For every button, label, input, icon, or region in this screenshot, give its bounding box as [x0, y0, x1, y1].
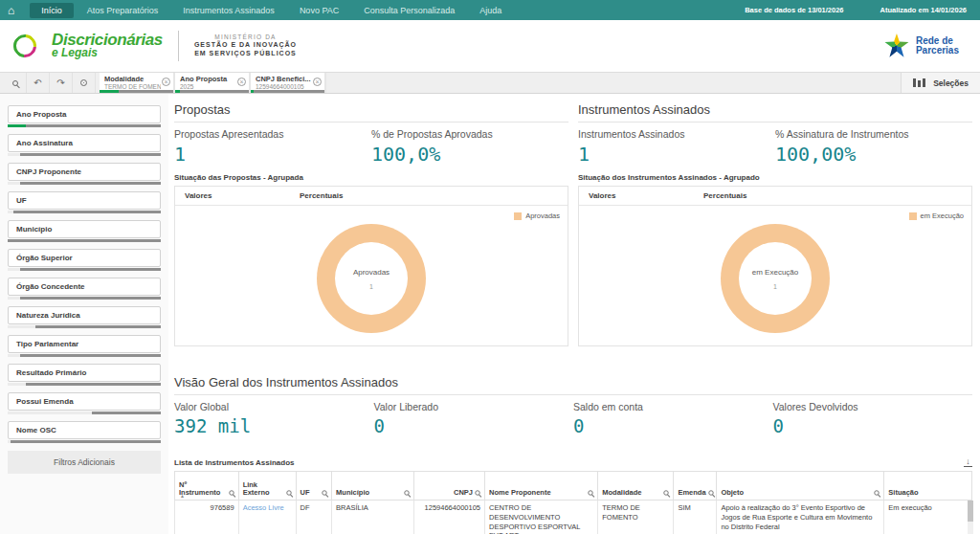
cell-uf: DF [296, 501, 331, 534]
search-icon[interactable] [475, 490, 479, 495]
download-icon[interactable]: ↓ [964, 457, 972, 467]
logo-text: Discricionárias e Legais [17, 33, 163, 59]
filter-nome-osc[interactable]: Nome OSC [8, 421, 161, 443]
branding-header: Discricionárias e Legais MINISTÉRIO DA G… [0, 20, 980, 72]
selection-state-bar [8, 182, 161, 185]
rede-parcerias-logo: Rede de Parcerias [884, 33, 967, 58]
section-instrumentos: Instrumentos Assinados Instrumentos Assi… [578, 94, 972, 346]
chart-title-situacao-propostas: Situação das Propostas - Agrupada [174, 173, 568, 182]
app-logo: Discricionárias e Legais [13, 33, 163, 59]
col-header-modalidade[interactable]: Modalidade [598, 472, 674, 501]
step-forward-icon[interactable]: ↷ [50, 73, 73, 93]
col-header-numero[interactable]: Nº Instrumento▲ [175, 472, 239, 501]
cell-emenda: SIM [674, 501, 717, 534]
filter-municipio[interactable]: Município [8, 220, 161, 242]
col-header-emenda[interactable]: Emenda [674, 472, 717, 501]
filter-orgao-superior[interactable]: Órgão Superior [8, 249, 161, 271]
tab-percentuais[interactable]: Percentuais [300, 191, 414, 200]
nav-status: Base de dados de 13/01/2026 Atualizado e… [745, 6, 972, 14]
col-header-situacao[interactable]: Situação [884, 472, 972, 501]
tab-valores[interactable]: Valores [589, 191, 703, 200]
tab-percentuais[interactable]: Percentuais [703, 191, 818, 200]
cell-municipio: BRASÍLIA [332, 501, 414, 534]
selecoes-button[interactable]: Seleções [901, 73, 980, 93]
section-title: Propostas [174, 102, 568, 122]
kpi-pct-assinatura: % Assinatura de Instrumentos 100,00% [775, 128, 972, 166]
kpi-valores-devolvidos: Valores Devolvidos 0 [773, 401, 973, 436]
filtros-adicionais-button[interactable]: Filtros Adicionais [8, 451, 161, 474]
nav-item-inicio[interactable]: Início [30, 3, 74, 18]
cell-numero: 976589 [175, 501, 239, 534]
search-icon[interactable] [286, 490, 291, 495]
clear-selections-icon[interactable] [73, 73, 96, 93]
remove-filter-icon[interactable]: × [162, 78, 170, 86]
filter-chip-cnpj-beneficiario[interactable]: CNPJ Benefici... 12594664000105 × [251, 73, 326, 93]
donut-ring[interactable]: Aprovadas 1 [317, 224, 426, 333]
cell-cnpj: 12594664000105 [413, 501, 484, 534]
home-icon[interactable]: ⌂ [8, 5, 14, 16]
search-icon[interactable] [708, 490, 713, 495]
legend-swatch [514, 212, 522, 220]
search-icon[interactable] [664, 490, 669, 495]
visao-geral-title: Visão Geral dos Instrumentos Assinados [174, 375, 972, 395]
cell-nome-proponente: CENTRO DE DESENVOLVIMENTO DESPORTIVO ESP… [485, 501, 598, 534]
col-header-link-externo[interactable]: Link Externo [238, 472, 296, 501]
filter-orgao-concedente[interactable]: Órgão Concedente [8, 278, 161, 300]
search-icon[interactable] [229, 490, 234, 495]
kpi-propostas-apresentadas: Propostas Apresentadas 1 [174, 128, 371, 166]
atualizado-label: Atualizado em 14/01/2026 [880, 6, 967, 14]
lista-title: Lista de Instrumentos Assinados [174, 458, 295, 467]
filter-tipo-parlamentar[interactable]: Tipo Parlamentar [8, 335, 161, 357]
filter-ano-assinatura[interactable]: Ano Assinatura [8, 134, 161, 156]
nav-item-novo-pac[interactable]: Novo PAC [288, 3, 350, 18]
kpi-valor-liberado: Valor Liberado 0 [374, 401, 574, 436]
filter-chip-modalidade[interactable]: Modalidade TERMO DE FOMENTO × [100, 73, 175, 93]
selections-bar: ↶ ↷ Modalidade TERMO DE FOMENTO × Ano Pr… [0, 72, 980, 94]
nav-item-atos-preparatorios[interactable]: Atos Preparatórios [76, 3, 170, 18]
selection-tools: ↶ ↷ [0, 73, 100, 93]
filter-uf[interactable]: UF [8, 191, 161, 213]
legend-em-execucao[interactable]: em Execução [909, 211, 964, 220]
remove-filter-icon[interactable]: × [313, 78, 322, 86]
table-row: 976589 Acesso Livre DF BRASÍLIA 12594664… [175, 501, 972, 534]
filter-resultado-primario[interactable]: Resultado Primário [8, 364, 161, 386]
nav-item-ajuda[interactable]: Ajuda [468, 3, 513, 18]
table-scrollbar[interactable] [968, 501, 973, 534]
cell-link-acesso-livre[interactable]: Acesso Livre [238, 501, 296, 534]
selection-state-bar [8, 440, 161, 443]
nav-item-instrumentos-assinados[interactable]: Instrumentos Assinados [171, 3, 286, 18]
sort-asc-icon: ▲ [180, 493, 185, 499]
section-propostas: Propostas Propostas Apresentadas 1 % de … [174, 94, 568, 346]
filter-chip-ano-proposta[interactable]: Ano Proposta 2025 × [175, 73, 251, 93]
col-header-municipio[interactable]: Município [332, 472, 414, 501]
tab-valores[interactable]: Valores [185, 191, 300, 200]
filter-sidebar: Ano Proposta Ano Assinatura CNPJ Propone… [0, 94, 168, 534]
search-icon[interactable] [589, 490, 593, 495]
search-icon[interactable] [322, 490, 326, 495]
selection-state-bar [8, 211, 161, 213]
search-icon[interactable] [875, 490, 880, 495]
col-header-nome-proponente[interactable]: Nome Proponente [485, 472, 598, 501]
col-header-cnpj[interactable]: CNPJ [413, 472, 484, 501]
smart-search-icon[interactable] [4, 73, 27, 93]
selection-state-bar [100, 90, 173, 93]
kpi-pct-propostas-aprovadas: % de Propostas Aprovadas 100,0% [371, 128, 568, 166]
selection-state-bar [175, 90, 249, 93]
selections-grid-icon [913, 78, 925, 87]
search-icon[interactable] [404, 490, 409, 495]
legend-aprovadas[interactable]: Aprovadas [514, 211, 560, 220]
remove-filter-icon[interactable]: × [237, 78, 246, 86]
donut-ring[interactable]: em Execução 1 [721, 224, 830, 333]
filter-ano-proposta[interactable]: Ano Proposta [8, 105, 161, 127]
selection-state-bar [8, 268, 161, 271]
selection-state-bar [8, 325, 161, 328]
step-back-icon[interactable]: ↶ [27, 73, 50, 93]
filter-natureza-juridica[interactable]: Natureza Jurídica [8, 306, 161, 328]
col-header-objeto[interactable]: Objeto [717, 472, 884, 501]
col-header-uf[interactable]: UF [296, 472, 331, 501]
filter-cnpj-proponente[interactable]: CNPJ Proponente [8, 163, 161, 185]
cell-situacao: Em execução [884, 501, 972, 534]
nav-item-consulta-personalizada[interactable]: Consulta Personalizada [352, 3, 466, 18]
dashboard-page: ⌂ Início Atos Preparatórios Instrumentos… [0, 0, 980, 534]
filter-possui-emenda[interactable]: Possui Emenda [8, 392, 161, 414]
